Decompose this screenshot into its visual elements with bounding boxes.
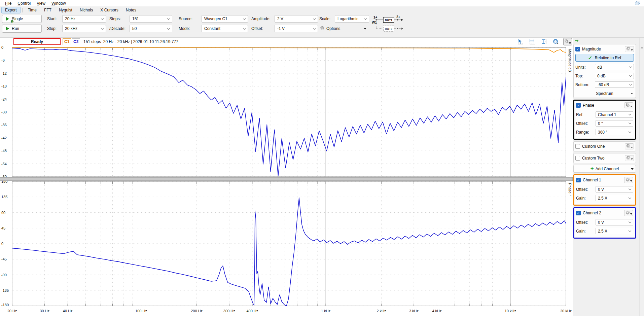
status-bar: Ready C1 C2 151 steps 20 Hz - 20 kHz | 2… [0,38,573,46]
menu-window[interactable]: Window [48,0,69,6]
menu-control[interactable]: Control [14,0,34,6]
zoom-icon[interactable] [551,38,560,45]
single-button[interactable]: 1 Single [2,15,42,23]
spectrum-dropdown[interactable]: Spectrum [575,90,634,97]
units-value: dB [597,65,602,70]
svg-text:10 kHz: 10 kHz [505,309,516,313]
tab-notes[interactable]: Notes [122,7,140,13]
channel1-checkbox[interactable] [576,178,581,182]
range-label: Range: [576,130,594,135]
tab-fft[interactable]: FFT [40,7,55,13]
tab-time[interactable]: Time [24,7,40,13]
svg-text:-135: -135 [1,288,9,292]
bottom-select[interactable]: -60 dB [595,81,634,88]
channel2-gain-select[interactable]: 2.5 X [596,228,633,234]
phase-gear-button[interactable] [624,102,633,108]
relative-to-ref-button[interactable]: Relative to Ref [575,54,634,62]
vertical-cursor-icon[interactable] [540,38,548,45]
dut-wiring-diagram: 1+ W1 DUT1 2+ DUT2 [371,14,406,33]
svg-text:200 Hz: 200 Hz [191,309,203,313]
add-icon [591,166,594,171]
ref-select[interactable]: Channel 1 [596,111,633,118]
chevron-down-icon [630,213,632,215]
source-value: Wavegen C1 [204,16,227,21]
green-arrow-icon[interactable] [574,38,579,44]
channel2-gear-button[interactable] [624,210,633,216]
svg-text:-24: -24 [1,97,7,101]
svg-text:90: 90 [1,211,5,215]
gear-icon [625,210,630,216]
spectrum-label: Spectrum [596,91,613,96]
ref-label: Ref: [576,112,594,117]
svg-text:30 Hz: 30 Hz [40,309,49,313]
channel2-section: Channel 2 Offset: 0 V Gain: 2.5 X [573,207,636,239]
channel2-chip[interactable]: C2 [72,38,80,45]
amplitude-select[interactable]: 2 V [275,15,318,23]
magnitude-checkbox[interactable] [575,47,580,51]
mode-label: Mode: [179,25,190,33]
svg-text:Magnitude dB: Magnitude dB [568,49,572,72]
tab-x-cursors[interactable]: X Cursors [97,7,122,13]
menu-view[interactable]: View [34,0,48,6]
bode-plot[interactable]: 0-6-12-18-24-30-36-42-48-54-601801359045… [0,46,573,316]
tab-export[interactable]: Export [1,7,21,13]
gear-icon [625,103,630,108]
chevron-down-icon [629,130,631,133]
add-channel-button[interactable]: Add Channel [573,165,636,173]
pointer-cursor-icon[interactable] [516,38,525,45]
scale-select[interactable]: Logarithmic [335,15,369,23]
offset-select[interactable]: -1 V [275,25,318,32]
chevron-down-icon [631,147,633,148]
run-button[interactable]: Run [2,25,42,33]
options-button[interactable]: Options [318,25,369,33]
scroll-up-icon[interactable] [641,46,643,48]
top-select[interactable]: 0 dB [595,73,634,79]
dut1-label: DUT1 [385,19,392,22]
units-select[interactable]: dB [595,64,634,70]
channel1-section: Channel 1 Offset: 0 V Gain: 2.5 X [573,174,636,206]
menu-file[interactable]: File [2,0,14,6]
channel-config-panel: Magnitude Relative to Ref Units: dB Top:… [573,38,644,316]
panel-scrollbar[interactable] [639,38,644,316]
tab-nyquist[interactable]: Nyquist [55,7,76,13]
svg-text:-18: -18 [1,84,7,88]
offset-label: Offset: [251,25,263,33]
horizontal-cursor-icon[interactable] [528,38,537,45]
svg-text:20 kHz: 20 kHz [560,309,572,313]
channel1-offset-select[interactable]: 0 V [596,186,633,192]
source-select[interactable]: Wavegen C1 [202,15,248,23]
restore-windows-icon[interactable] [634,1,641,6]
per-decade-select[interactable]: 50 [130,25,172,32]
mode-select[interactable]: Constant [202,25,248,32]
svg-text:20 Hz: 20 Hz [7,309,17,313]
custom-one-checkbox[interactable] [575,144,580,149]
chevron-down-icon [629,113,631,115]
tab-nichols[interactable]: Nichols [76,7,97,13]
channel1-gear-button[interactable] [624,177,633,183]
stop-value: 20 kHz [65,26,77,31]
channel2-offset-select[interactable]: 0 V [596,219,633,225]
c2-magnitude-curve [12,48,566,176]
svg-text:2 kHz: 2 kHz [377,309,386,313]
bode-plot-area[interactable]: 0-6-12-18-24-30-36-42-48-54-601801359045… [0,46,573,316]
svg-text:-54: -54 [1,162,7,166]
chevron-down-icon [313,17,316,20]
stop-select[interactable]: 20 kHz [62,25,106,32]
custom-one-gear-button[interactable] [625,143,634,149]
start-select[interactable]: 20 Hz [62,15,106,23]
custom-two-checkbox[interactable] [575,156,580,161]
channel1-chip[interactable]: C1 [63,38,71,45]
phase-checkbox[interactable] [576,103,581,108]
dut2-label: DUT2 [385,27,392,31]
steps-select[interactable]: 151 [130,15,172,23]
range-select[interactable]: 360 ° [596,129,633,135]
channel1-gain-select[interactable]: 2.5 X [596,195,633,201]
channel1-gain-label: Gain: [576,196,594,201]
phase-offset-select[interactable]: 0 ° [596,120,633,127]
custom-two-gear-button[interactable] [625,155,634,161]
chevron-down-icon [167,27,170,29]
plot-settings-gear-button[interactable] [563,38,572,45]
gear-icon [626,155,631,161]
channel2-checkbox[interactable] [576,211,581,215]
magnitude-gear-button[interactable] [625,46,634,52]
